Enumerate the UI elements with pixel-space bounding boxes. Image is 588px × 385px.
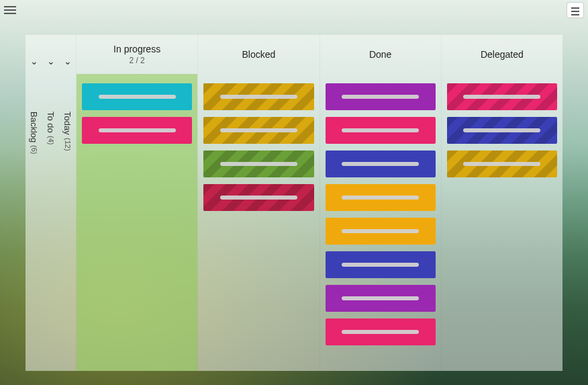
- card-placeholder-bar: [342, 162, 419, 166]
- card[interactable]: [82, 83, 192, 110]
- card-placeholder-bar: [342, 263, 419, 267]
- column-body[interactable]: [442, 74, 562, 371]
- card-placeholder-bar: [220, 95, 297, 99]
- column-body[interactable]: [198, 74, 319, 371]
- card[interactable]: [326, 218, 436, 245]
- column-delegated: Delegated: [441, 35, 562, 371]
- swimlane-backlog[interactable]: ⌄ Backlog (6): [26, 35, 42, 371]
- column-done: Done: [320, 35, 441, 371]
- column-wip-count: 2 / 2: [129, 56, 144, 65]
- kanban-board: ⌄ Backlog (6) ⌄ To do (4) ⌄ Today (12) I…: [26, 35, 562, 371]
- swimlane-label: Backlog: [29, 71, 39, 142]
- card[interactable]: [326, 151, 436, 177]
- top-bar: [0, 0, 588, 20]
- card[interactable]: [447, 117, 557, 144]
- card-placeholder-bar: [342, 296, 419, 300]
- card-placeholder-bar: [99, 95, 176, 99]
- card[interactable]: [326, 318, 436, 345]
- column-header[interactable]: In progress 2 / 2: [77, 35, 197, 74]
- column-in-progress: In progress 2 / 2: [76, 35, 197, 371]
- card[interactable]: [203, 184, 313, 211]
- column-blocked: Blocked: [197, 35, 319, 371]
- card-placeholder-bar: [342, 196, 419, 200]
- column-title: Blocked: [242, 49, 275, 60]
- column-body[interactable]: [77, 74, 197, 371]
- swimlane-count: (6): [30, 145, 38, 154]
- card[interactable]: [326, 117, 436, 144]
- card-placeholder-bar: [342, 330, 419, 334]
- card-placeholder-bar: [220, 128, 297, 132]
- board-columns: In progress 2 / 2 Blocked Done Delegated: [76, 35, 562, 371]
- card-placeholder-bar: [342, 128, 419, 132]
- swimlane-todo[interactable]: ⌄ To do (4): [42, 35, 59, 371]
- card[interactable]: [326, 251, 436, 278]
- card[interactable]: [203, 83, 313, 110]
- swimlane-today[interactable]: ⌄ Today (12): [59, 35, 76, 371]
- card[interactable]: [326, 83, 436, 110]
- swimlane-headers: ⌄ Backlog (6) ⌄ To do (4) ⌄ Today (12): [26, 35, 76, 371]
- card[interactable]: [326, 285, 436, 312]
- column-title: In progress: [113, 44, 160, 54]
- card-placeholder-bar: [342, 95, 419, 99]
- card[interactable]: [203, 151, 313, 177]
- card[interactable]: [326, 184, 436, 211]
- card-placeholder-bar: [220, 196, 297, 200]
- view-toggle-button[interactable]: [567, 2, 584, 18]
- card[interactable]: [203, 117, 313, 144]
- swimlane-count: (4): [47, 136, 55, 144]
- card-placeholder-bar: [342, 229, 419, 233]
- card-placeholder-bar: [220, 162, 297, 166]
- card-placeholder-bar: [99, 128, 176, 132]
- column-header[interactable]: Blocked: [198, 35, 319, 74]
- column-header[interactable]: Delegated: [442, 35, 562, 74]
- menu-icon[interactable]: [4, 5, 16, 15]
- chevron-down-icon[interactable]: ⌄: [64, 51, 72, 71]
- list-icon: [571, 7, 579, 13]
- card-placeholder-bar: [463, 95, 540, 99]
- chevron-down-icon[interactable]: ⌄: [47, 51, 55, 71]
- swimlane-count: (12): [64, 138, 72, 151]
- column-title: Delegated: [481, 49, 524, 60]
- card[interactable]: [447, 83, 557, 110]
- card-placeholder-bar: [463, 162, 540, 166]
- card[interactable]: [82, 117, 192, 144]
- column-title: Done: [369, 49, 391, 60]
- card[interactable]: [447, 151, 557, 177]
- card-placeholder-bar: [463, 128, 540, 132]
- swimlane-label: To do: [46, 71, 56, 133]
- chevron-down-icon[interactable]: ⌄: [30, 51, 38, 71]
- column-header[interactable]: Done: [320, 35, 441, 74]
- column-body[interactable]: [320, 74, 441, 371]
- swimlane-label: Today: [62, 71, 72, 135]
